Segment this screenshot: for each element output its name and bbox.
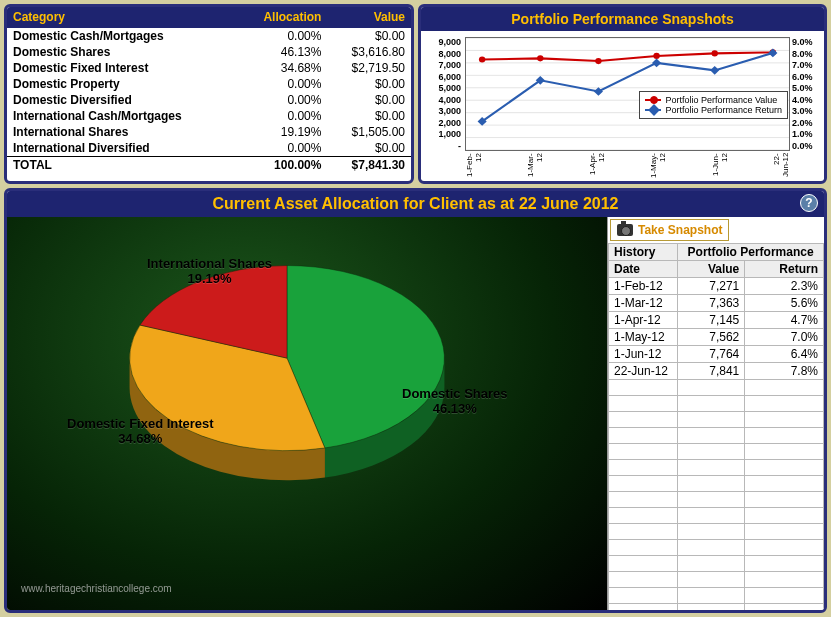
table-row: 1-Feb-127,2712.3% bbox=[609, 278, 824, 295]
pie-label-dom-name: Domestic Shares bbox=[402, 386, 508, 401]
camera-icon bbox=[617, 224, 633, 236]
svg-rect-20 bbox=[710, 66, 719, 75]
svg-point-13 bbox=[653, 53, 659, 59]
table-row bbox=[609, 460, 824, 476]
history-table: History Portfolio Performance Date Value… bbox=[608, 243, 824, 610]
col-value: Value bbox=[327, 7, 411, 28]
svg-point-11 bbox=[537, 55, 543, 61]
table-row: Domestic Shares46.13%$3,616.80 bbox=[7, 44, 411, 60]
table-row bbox=[609, 604, 824, 611]
table-row bbox=[609, 508, 824, 524]
svg-point-10 bbox=[479, 56, 485, 62]
legend-return: Portfolio Performance Return bbox=[665, 105, 782, 115]
table-row: 22-Jun-127,8417.8% bbox=[609, 363, 824, 380]
svg-rect-18 bbox=[594, 87, 603, 96]
pie-chart: International Shares 19.19% Domestic Sha… bbox=[7, 217, 607, 610]
table-row: International Shares19.19%$1,505.00 bbox=[7, 124, 411, 140]
table-row: International Diversified0.00%$0.00 bbox=[7, 140, 411, 157]
table-row: International Cash/Mortgages0.00%$0.00 bbox=[7, 108, 411, 124]
table-row: Domestic Cash/Mortgages0.00%$0.00 bbox=[7, 28, 411, 45]
allocation-table: Category Allocation Value Domestic Cash/… bbox=[7, 7, 411, 173]
table-row: 1-Jun-127,7646.4% bbox=[609, 346, 824, 363]
svg-rect-19 bbox=[652, 59, 661, 68]
col-return: Return bbox=[745, 261, 824, 278]
table-row: 1-May-127,5627.0% bbox=[609, 329, 824, 346]
table-row: Domestic Property0.00%$0.00 bbox=[7, 76, 411, 92]
performance-chart-title: Portfolio Performance Snapshots bbox=[421, 7, 824, 31]
snapshot-button-label: Take Snapshot bbox=[638, 223, 722, 237]
allocation-pie-panel: Current Asset Allocation for Client as a… bbox=[4, 188, 827, 613]
take-snapshot-button[interactable]: Take Snapshot bbox=[610, 219, 729, 241]
pie-label-intl-pct: 19.19% bbox=[187, 271, 231, 286]
table-row bbox=[609, 492, 824, 508]
table-row bbox=[609, 476, 824, 492]
y-axis-right: 9.0%8.0%7.0%6.0%5.0%4.0%3.0%2.0%1.0%0.0% bbox=[792, 37, 822, 151]
col-value: Value bbox=[678, 261, 745, 278]
table-row: 1-Apr-127,1454.7% bbox=[609, 312, 824, 329]
table-row bbox=[609, 396, 824, 412]
performance-chart-panel: Portfolio Performance Snapshots 9,0008,0… bbox=[418, 4, 827, 184]
col-history: History bbox=[609, 244, 678, 261]
legend-value: Portfolio Performance Value bbox=[665, 95, 777, 105]
pie-label-dom-pct: 46.13% bbox=[433, 401, 477, 416]
table-row bbox=[609, 540, 824, 556]
table-row bbox=[609, 428, 824, 444]
table-row bbox=[609, 380, 824, 396]
table-row: Domestic Diversified0.00%$0.00 bbox=[7, 92, 411, 108]
col-allocation: Allocation bbox=[238, 7, 327, 28]
table-row bbox=[609, 572, 824, 588]
pie-label-intl-name: International Shares bbox=[147, 256, 272, 271]
table-row bbox=[609, 524, 824, 540]
svg-point-14 bbox=[711, 50, 717, 56]
chart-legend: Portfolio Performance Value Portfolio Pe… bbox=[639, 91, 788, 119]
table-row bbox=[609, 444, 824, 460]
watermark: www.heritagechristiancollege.com bbox=[21, 583, 172, 594]
table-row: 1-Mar-127,3635.6% bbox=[609, 295, 824, 312]
col-perf: Portfolio Performance bbox=[678, 244, 824, 261]
table-row bbox=[609, 556, 824, 572]
table-row bbox=[609, 412, 824, 428]
x-axis: 1-Feb-121-Mar-121-Apr-121-May-121-Jun-12… bbox=[465, 153, 790, 179]
pie-label-fixed-pct: 34.68% bbox=[118, 431, 162, 446]
allocation-panel: Category Allocation Value Domestic Cash/… bbox=[4, 4, 414, 184]
table-row bbox=[609, 588, 824, 604]
col-date: Date bbox=[609, 261, 678, 278]
svg-point-12 bbox=[595, 58, 601, 64]
help-icon[interactable]: ? bbox=[800, 194, 818, 212]
col-category: Category bbox=[7, 7, 238, 28]
total-row: TOTAL100.00%$7,841.30 bbox=[7, 157, 411, 174]
performance-chart: 9,0008,0007,0006,0005,0004,0003,0002,000… bbox=[421, 31, 824, 179]
table-row: Domestic Fixed Interest34.68%$2,719.50 bbox=[7, 60, 411, 76]
svg-rect-21 bbox=[768, 49, 777, 58]
y-axis-left: 9,0008,0007,0006,0005,0004,0003,0002,000… bbox=[425, 37, 461, 151]
pie-title: Current Asset Allocation for Client as a… bbox=[212, 195, 618, 212]
pie-label-fixed-name: Domestic Fixed Interest bbox=[67, 416, 214, 431]
